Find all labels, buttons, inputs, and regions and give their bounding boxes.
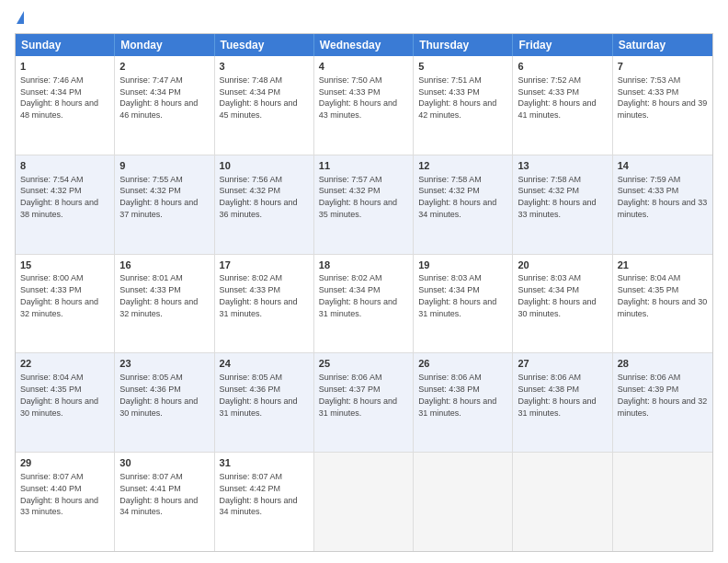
day-number: 15 <box>20 259 109 272</box>
cell-info: Sunrise: 8:02 AMSunset: 4:34 PMDaylight:… <box>319 273 397 317</box>
calendar-cell: 19Sunrise: 8:03 AMSunset: 4:34 PMDayligh… <box>414 255 513 353</box>
calendar-cell: 28Sunrise: 8:06 AMSunset: 4:39 PMDayligh… <box>613 353 712 452</box>
day-number: 12 <box>418 159 507 173</box>
calendar-cell <box>513 453 612 551</box>
day-number: 8 <box>20 159 109 173</box>
logo-triangle-icon <box>17 11 24 24</box>
cell-info: Sunrise: 8:06 AMSunset: 4:37 PMDaylight:… <box>319 373 397 417</box>
page: SundayMondayTuesdayWednesdayThursdayFrid… <box>0 0 728 563</box>
cell-info: Sunrise: 8:04 AMSunset: 4:35 PMDaylight:… <box>20 373 98 417</box>
calendar-cell: 3Sunrise: 7:48 AMSunset: 4:34 PMDaylight… <box>215 56 314 155</box>
day-number: 25 <box>319 357 408 371</box>
day-number: 16 <box>119 259 209 272</box>
calendar-cell: 26Sunrise: 8:06 AMSunset: 4:38 PMDayligh… <box>414 353 513 452</box>
day-number: 21 <box>618 259 708 272</box>
day-number: 14 <box>618 159 708 173</box>
calendar-cell: 2Sunrise: 7:47 AMSunset: 4:34 PMDaylight… <box>115 56 214 155</box>
cell-info: Sunrise: 8:07 AMSunset: 4:41 PMDaylight:… <box>119 472 198 516</box>
cell-info: Sunrise: 7:53 AMSunset: 4:33 PMDaylight:… <box>618 75 708 120</box>
day-number: 28 <box>618 357 708 371</box>
calendar-cell: 11Sunrise: 7:57 AMSunset: 4:32 PMDayligh… <box>314 155 414 254</box>
calendar-row: 29Sunrise: 8:07 AMSunset: 4:40 PMDayligh… <box>16 453 712 551</box>
calendar-cell: 9Sunrise: 7:55 AMSunset: 4:32 PMDaylight… <box>115 155 214 254</box>
cell-info: Sunrise: 7:58 AMSunset: 4:32 PMDaylight:… <box>418 175 496 219</box>
cell-info: Sunrise: 8:06 AMSunset: 4:38 PMDaylight:… <box>518 373 596 417</box>
day-number: 17 <box>220 259 309 272</box>
calendar-cell: 14Sunrise: 7:59 AMSunset: 4:33 PMDayligh… <box>613 155 712 254</box>
cell-info: Sunrise: 7:51 AMSunset: 4:33 PMDaylight:… <box>418 75 496 120</box>
calendar-body: 1Sunrise: 7:46 AMSunset: 4:34 PMDaylight… <box>16 56 712 551</box>
day-number: 5 <box>418 60 507 74</box>
day-number: 19 <box>418 259 507 272</box>
calendar-cell: 30Sunrise: 8:07 AMSunset: 4:41 PMDayligh… <box>115 453 214 551</box>
day-number: 7 <box>618 60 708 74</box>
cell-info: Sunrise: 8:06 AMSunset: 4:39 PMDaylight:… <box>618 373 708 417</box>
cell-info: Sunrise: 7:48 AMSunset: 4:34 PMDaylight:… <box>220 75 298 120</box>
calendar-cell: 18Sunrise: 8:02 AMSunset: 4:34 PMDayligh… <box>314 255 414 353</box>
day-number: 31 <box>220 456 309 470</box>
cell-info: Sunrise: 8:00 AMSunset: 4:33 PMDaylight:… <box>20 273 98 317</box>
calendar-cell: 7Sunrise: 7:53 AMSunset: 4:33 PMDaylight… <box>613 56 712 155</box>
cell-info: Sunrise: 7:46 AMSunset: 4:34 PMDaylight:… <box>20 75 98 120</box>
cell-info: Sunrise: 8:03 AMSunset: 4:34 PMDaylight:… <box>518 273 596 317</box>
calendar-cell: 22Sunrise: 8:04 AMSunset: 4:35 PMDayligh… <box>16 353 115 452</box>
day-number: 30 <box>119 456 209 470</box>
cell-info: Sunrise: 8:07 AMSunset: 4:42 PMDaylight:… <box>220 472 298 516</box>
day-number: 9 <box>119 159 209 173</box>
cell-info: Sunrise: 8:01 AMSunset: 4:33 PMDaylight:… <box>119 273 198 317</box>
header-day: Monday <box>115 34 214 56</box>
calendar-cell: 4Sunrise: 7:50 AMSunset: 4:33 PMDaylight… <box>314 56 414 155</box>
calendar-header: SundayMondayTuesdayWednesdayThursdayFrid… <box>16 34 712 56</box>
cell-info: Sunrise: 8:07 AMSunset: 4:40 PMDaylight:… <box>20 472 98 516</box>
day-number: 26 <box>418 357 507 371</box>
calendar-cell: 15Sunrise: 8:00 AMSunset: 4:33 PMDayligh… <box>16 255 115 353</box>
calendar-cell: 5Sunrise: 7:51 AMSunset: 4:33 PMDaylight… <box>414 56 513 155</box>
day-number: 13 <box>518 159 607 173</box>
day-number: 29 <box>20 456 109 470</box>
calendar-cell: 29Sunrise: 8:07 AMSunset: 4:40 PMDayligh… <box>16 453 115 551</box>
header-day: Tuesday <box>215 34 314 56</box>
cell-info: Sunrise: 7:54 AMSunset: 4:32 PMDaylight:… <box>20 175 98 219</box>
header-day: Thursday <box>414 34 513 56</box>
calendar-cell: 10Sunrise: 7:56 AMSunset: 4:32 PMDayligh… <box>215 155 314 254</box>
cell-info: Sunrise: 7:55 AMSunset: 4:32 PMDaylight:… <box>119 175 198 219</box>
cell-info: Sunrise: 7:50 AMSunset: 4:33 PMDaylight:… <box>319 75 397 120</box>
calendar-cell: 12Sunrise: 7:58 AMSunset: 4:32 PMDayligh… <box>414 155 513 254</box>
day-number: 18 <box>319 259 408 272</box>
calendar-cell: 17Sunrise: 8:02 AMSunset: 4:33 PMDayligh… <box>215 255 314 353</box>
day-number: 27 <box>518 357 607 371</box>
cell-info: Sunrise: 7:56 AMSunset: 4:32 PMDaylight:… <box>220 175 298 219</box>
calendar-cell: 1Sunrise: 7:46 AMSunset: 4:34 PMDaylight… <box>16 56 115 155</box>
day-number: 4 <box>319 60 408 74</box>
calendar-cell <box>613 453 712 551</box>
calendar-cell: 21Sunrise: 8:04 AMSunset: 4:35 PMDayligh… <box>613 255 712 353</box>
cell-info: Sunrise: 7:52 AMSunset: 4:33 PMDaylight:… <box>518 75 596 120</box>
calendar-cell: 20Sunrise: 8:03 AMSunset: 4:34 PMDayligh… <box>513 255 612 353</box>
day-number: 20 <box>518 259 607 272</box>
header-day: Saturday <box>613 34 712 56</box>
calendar-cell <box>314 453 414 551</box>
logo <box>15 11 24 26</box>
calendar-cell: 6Sunrise: 7:52 AMSunset: 4:33 PMDaylight… <box>513 56 612 155</box>
cell-info: Sunrise: 8:05 AMSunset: 4:36 PMDaylight:… <box>119 373 198 417</box>
calendar-cell <box>414 453 513 551</box>
header-day: Sunday <box>16 34 115 56</box>
calendar-cell: 31Sunrise: 8:07 AMSunset: 4:42 PMDayligh… <box>215 453 314 551</box>
header-day: Friday <box>513 34 612 56</box>
calendar-row: 1Sunrise: 7:46 AMSunset: 4:34 PMDaylight… <box>16 56 712 155</box>
cell-info: Sunrise: 8:06 AMSunset: 4:38 PMDaylight:… <box>418 373 496 417</box>
calendar-row: 22Sunrise: 8:04 AMSunset: 4:35 PMDayligh… <box>16 353 712 453</box>
calendar-row: 15Sunrise: 8:00 AMSunset: 4:33 PMDayligh… <box>16 255 712 354</box>
calendar: SundayMondayTuesdayWednesdayThursdayFrid… <box>15 33 713 552</box>
cell-info: Sunrise: 8:05 AMSunset: 4:36 PMDaylight:… <box>220 373 298 417</box>
day-number: 3 <box>220 60 309 74</box>
day-number: 23 <box>119 357 209 371</box>
calendar-cell: 13Sunrise: 7:58 AMSunset: 4:32 PMDayligh… <box>513 155 612 254</box>
day-number: 11 <box>319 159 408 173</box>
day-number: 10 <box>220 159 309 173</box>
calendar-cell: 16Sunrise: 8:01 AMSunset: 4:33 PMDayligh… <box>115 255 214 353</box>
header <box>15 11 713 26</box>
day-number: 6 <box>518 60 607 74</box>
cell-info: Sunrise: 8:02 AMSunset: 4:33 PMDaylight:… <box>220 273 298 317</box>
cell-info: Sunrise: 7:47 AMSunset: 4:34 PMDaylight:… <box>119 75 198 120</box>
